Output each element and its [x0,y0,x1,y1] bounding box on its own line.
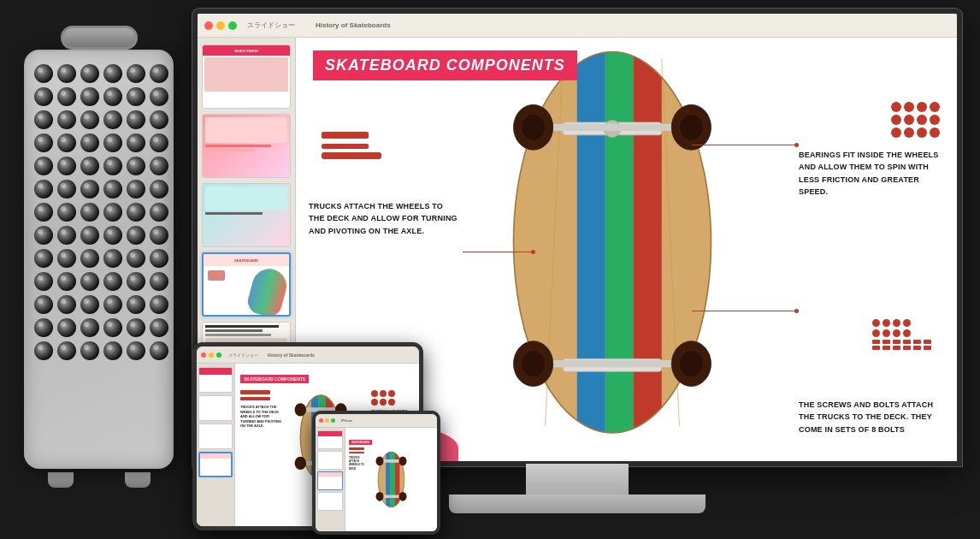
minimize-button[interactable] [216,21,225,30]
mac-pro-grille-hole [34,110,53,129]
mac-pro-grille-hole [57,87,76,106]
bearings-annotation: BEARINGS FIT INSIDE THE WHEELS AND ALLOW… [799,149,948,198]
mac-pro-grille-hole [57,203,76,222]
ipad-thumb-4-active[interactable] [198,452,233,477]
mac-pro-grille-hole [57,272,76,291]
mac-pro-grille-hole [103,272,122,291]
mac-pro-grille-hole [57,295,76,314]
mac-pro-grille-hole [103,203,122,222]
iphone-content: skateboard TRUCKS ATTACH WHEELS TO DECK [316,428,437,531]
ipad-thumb-3[interactable] [198,424,233,449]
svg-point-45 [399,492,407,501]
svg-point-14 [680,351,702,376]
screws-connector-line [692,311,794,311]
mac-pro-grille-hole [127,341,145,360]
mac-pro-body [24,50,174,469]
mac-pro-foot-left [48,472,74,488]
mac-pro-grille-hole [80,157,99,175]
mac-pro-feet [48,472,151,488]
iphone-app-label: iPhone [341,418,352,423]
mac-pro-grille-hole [127,87,145,106]
mac-pro-grille-hole [103,341,122,360]
iphone-thumb-3-active[interactable] [317,471,343,490]
mac-pro-grille-hole [80,272,99,291]
svg-point-19 [522,115,544,140]
mac-pro-grille-hole [103,64,122,83]
mac-pro-grille-hole [127,157,145,175]
mac-pro-grille-hole [57,133,76,152]
mac-pro-grille-hole [103,157,122,175]
close-button[interactable] [204,21,213,30]
mac-pro-grille-hole [34,249,53,268]
mac-pro-grille-hole [57,180,76,198]
svg-point-21 [680,115,702,140]
ipad-thumb-2[interactable] [198,395,233,421]
mac-pro-grille-hole [57,318,76,337]
iphone-toolbar: iPhone [316,414,437,428]
mac-pro-grille-hole [127,133,145,152]
ipad-thumb-1[interactable] [198,367,233,393]
truck-connector-line [463,252,531,252]
slide-thumbnail-2[interactable] [202,114,291,178]
mac-pro-grille-hole [34,157,53,175]
mac-pro-grille-hole [150,110,168,129]
mac-pro-grille-hole [57,157,76,175]
toolbar-page-text: History of Skateboards [316,21,391,29]
slide-thumbnail-1[interactable]: SKATE PARKS [202,44,291,109]
mac-pro-grille-hole [80,203,99,222]
monitor-stand-neck [526,464,629,496]
mac-pro-grille-hole [150,64,168,83]
mac-pro-grille-hole [80,87,99,106]
svg-point-34 [295,403,307,416]
iphone-left-content: TRUCKS ATTACH WHEELS TO DECK [349,447,370,515]
iphone-main-content: skateboard TRUCKS ATTACH WHEELS TO DECK [345,428,437,531]
mac-pro-grille-hole [150,249,168,268]
mac-pro-grille-hole [80,64,99,83]
truck-icon [322,132,381,159]
mac-pro-grille-hole [34,341,53,360]
bolt-icon [872,319,931,350]
mac-pro-grille-hole [103,318,122,337]
iphone-deck-visual [372,447,434,515]
mac-pro-grille-hole [150,295,168,314]
mac-pro-grille-hole [150,180,168,198]
iphone-thumb-4[interactable] [317,492,343,511]
ipad-slides-panel[interactable] [197,364,235,526]
iphone-thumb-2[interactable] [317,451,343,470]
ipad-toolbar: スライドショー History of Skateboards [197,346,419,364]
mac-pro-grille-hole [34,226,53,245]
slide-thumbnail-3[interactable] [202,183,291,247]
mac-pro-grille-hole [150,341,168,360]
svg-point-12 [522,351,544,376]
iphone-close-btn[interactable] [319,418,323,423]
ipad-page-text: History of Skateboards [268,352,315,358]
screws-connector-dot [794,309,799,313]
ipad-trucks-section: TRUCKS ATTACH THE WHEELS TO THE DECK AND… [240,390,283,488]
mac-pro-grille-hole [127,203,145,222]
mac-pro-grille-hole [150,272,168,291]
mac-pro-grille-hole [103,180,122,198]
mac-pro-grille-hole [34,87,53,106]
mac-pro-grille-hole [34,133,53,152]
bearing-connector-line [692,145,794,145]
ipad-close-btn[interactable] [201,352,206,358]
mac-pro-grille-hole [34,295,53,314]
mac-pro-grille-hole [34,203,53,222]
mac-pro-grille-hole [150,318,168,337]
iphone-slides-panel[interactable] [316,428,345,531]
monitor-stand-base [449,495,705,513]
iphone-max-btn[interactable] [331,418,335,423]
mac-pro-grille-hole [127,110,145,129]
ipad-max-btn[interactable] [216,352,221,358]
app-toolbar[interactable]: スライドショー History of Skateboards [198,14,957,38]
mac-pro-grille-hole [34,180,53,198]
mac-pro-grille-hole [103,110,122,129]
svg-point-49 [399,457,407,466]
slide-thumbnail-4[interactable]: skateboard [202,252,291,317]
ipad-min-btn[interactable] [209,352,214,358]
mac-pro-grille-hole [127,180,145,198]
iphone-min-btn[interactable] [325,418,329,423]
maximize-button[interactable] [228,21,237,30]
mac-pro-grille-hole [103,133,122,152]
iphone-thumb-1[interactable] [317,430,343,449]
